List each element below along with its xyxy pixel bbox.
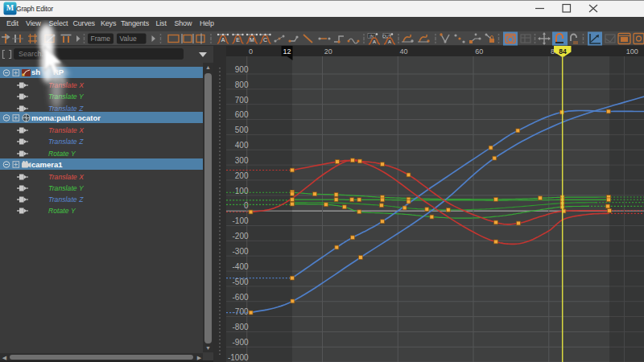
svg-text:Frame: Frame xyxy=(91,35,111,43)
svg-text:M: M xyxy=(250,37,254,43)
svg-text:12: 12 xyxy=(283,47,291,56)
svg-text:A: A xyxy=(388,39,391,44)
svg-text:M: M xyxy=(6,3,14,12)
svg-text:-500: -500 xyxy=(232,278,248,286)
svg-text:-700: -700 xyxy=(232,307,248,316)
svg-text:0: 0 xyxy=(244,201,249,210)
svg-text:20: 20 xyxy=(324,47,332,56)
svg-text:700: 700 xyxy=(235,96,249,105)
svg-text:Value: Value xyxy=(120,35,137,43)
svg-text:84: 84 xyxy=(559,47,567,56)
svg-text:C: C xyxy=(263,37,267,43)
svg-text:200: 200 xyxy=(235,171,249,180)
svg-text:600: 600 xyxy=(235,110,249,119)
svg-text:900: 900 xyxy=(235,65,249,74)
svg-text:0: 0 xyxy=(249,47,253,56)
svg-text:-200: -200 xyxy=(232,232,248,241)
svg-text:100: 100 xyxy=(626,47,638,56)
svg-text:-400: -400 xyxy=(232,262,248,271)
svg-text:A: A xyxy=(373,39,376,44)
svg-text:300: 300 xyxy=(235,156,249,165)
svg-text:40: 40 xyxy=(399,47,407,56)
svg-text:800: 800 xyxy=(235,80,249,89)
svg-text:100: 100 xyxy=(235,187,249,195)
svg-text:-1000: -1000 xyxy=(228,353,249,362)
svg-text:E: E xyxy=(236,37,240,43)
svg-text:A: A xyxy=(221,37,225,43)
svg-text:-300: -300 xyxy=(232,247,248,256)
svg-text:-100: -100 xyxy=(232,216,248,225)
svg-text:400: 400 xyxy=(235,141,249,150)
svg-text:-600: -600 xyxy=(232,293,248,302)
svg-text:-900: -900 xyxy=(232,338,248,347)
svg-text:-800: -800 xyxy=(232,323,248,331)
svg-text:500: 500 xyxy=(235,125,249,134)
svg-text:60: 60 xyxy=(475,47,483,56)
